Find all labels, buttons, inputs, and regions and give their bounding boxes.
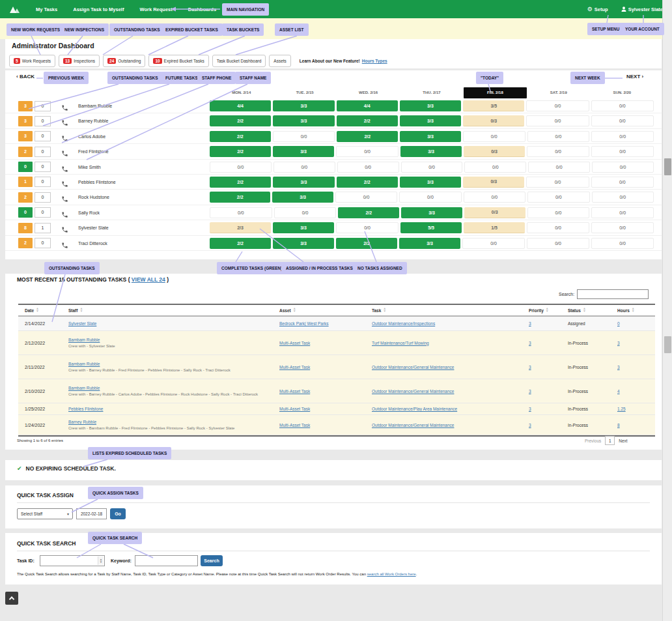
schedule-cell-none[interactable]: 0/0 [273,162,335,173]
priority-link[interactable]: 3 [529,423,531,427]
schedule-cell-done[interactable]: 3/3 [273,100,334,111]
nav-item-work-request[interactable]: Work Request [139,7,172,12]
schedule-cell-done[interactable]: 3/3 [273,146,334,157]
schedule-cell-done[interactable]: 2/2 [337,131,398,142]
outstanding-count-badge[interactable]: 1 [18,177,33,187]
assign-date-input[interactable]: 2022-02-18 [76,508,107,519]
staff-link[interactable]: Barney Rubble [68,420,96,424]
priority-link[interactable]: 3 [529,321,531,326]
sort-icon[interactable]: ▲▼ [293,308,296,312]
task-id-input[interactable]: ▲▼ [40,555,105,566]
schedule-cell-inprocess[interactable]: 0/3 [464,207,525,218]
sort-icon[interactable]: ▲▼ [583,308,586,312]
outstanding-count-badge[interactable]: 2 [18,147,33,157]
schedule-cell-none[interactable]: 0/0 [335,192,397,203]
schedule-cell-done[interactable]: 2/2 [210,177,271,188]
schedule-cell-none[interactable]: 0/0 [526,115,589,126]
schedule-cell-none[interactable]: 0/0 [526,100,589,111]
schedule-cell-inprocess[interactable]: 0/3 [463,177,524,188]
schedule-cell-none[interactable]: 0/0 [464,192,525,203]
schedule-cell-done[interactable]: 5/5 [400,222,462,233]
sort-icon[interactable]: ▲▼ [79,308,83,312]
schedule-cell-done[interactable]: 2/2 [337,177,398,188]
search-input[interactable] [577,289,649,299]
schedule-cell-none[interactable]: 0/0 [591,222,654,233]
asset-link[interactable]: Multi-Asset Task [279,389,310,394]
phone-icon[interactable] [61,240,68,247]
schedule-cell-none[interactable]: 0/0 [591,131,654,142]
schedule-cell-none[interactable]: 0/0 [527,222,589,233]
hours-link[interactable]: 4 [617,389,620,394]
outstanding-count-badge[interactable]: 2 [18,192,33,203]
task-link[interactable]: Outdoor Maintenance/General Maintenance [372,389,454,394]
nav-item-assign-task-to-myself[interactable]: Assign Task to Myself [73,7,124,12]
pagination-page-1[interactable]: 1 [605,436,615,445]
priority-link[interactable]: 3 [529,407,531,411]
staff-link[interactable]: Bambam Rubble [68,338,100,342]
schedule-cell-done[interactable]: 2/2 [210,192,270,203]
dashboard-badge-expired-bucket-tasks[interactable]: 10Expired Bucket Tasks [148,55,208,67]
outstanding-count-badge[interactable]: 3 [18,101,33,111]
column-header-priority[interactable]: Priority▲▼ [521,308,568,312]
schedule-cell-none[interactable]: 0/0 [274,207,337,218]
asset-link[interactable]: Multi-Asset Task [279,423,310,427]
schedule-cell-none[interactable]: 0/0 [591,100,654,111]
priority-link[interactable]: 3 [529,341,531,345]
hours-link[interactable]: 0 [617,321,620,326]
schedule-cell-none[interactable]: 0/0 [273,131,335,142]
schedule-cell-none[interactable]: 0/0 [591,207,654,218]
schedule-cell-none[interactable]: 0/0 [527,131,590,142]
schedule-cell-done[interactable]: 3/3 [400,177,461,188]
priority-link[interactable]: 3 [529,365,531,369]
schedule-cell-none[interactable]: 0/0 [210,162,272,173]
column-header-asset[interactable]: Asset▲▼ [279,308,372,312]
asset-link[interactable]: Multi-Asset Task [279,407,310,411]
schedule-cell-inprocess[interactable]: 0/3 [464,146,525,157]
hours-link[interactable]: 3 [617,341,620,345]
schedule-cell-inprocess[interactable]: 1/5 [464,222,525,233]
schedule-cell-done[interactable]: 2/2 [210,131,271,142]
back-button[interactable]: ‹ BACK [16,74,35,79]
go-button[interactable]: Go [110,508,126,519]
setup-menu-link[interactable]: ⚙ Setup [587,7,608,12]
schedule-cell-inprocess[interactable]: 3/5 [463,100,524,111]
phone-icon[interactable] [61,164,68,171]
asset-link[interactable]: Multi-Asset Task [279,365,310,369]
schedule-cell-none[interactable]: 0/0 [464,162,526,173]
schedule-cell-done[interactable]: 3/3 [273,115,334,126]
search-button[interactable]: Search [201,555,223,566]
schedule-cell-done[interactable]: 3/3 [400,115,461,126]
schedule-cell-none[interactable]: 0/0 [337,162,399,173]
hours-link[interactable]: 3 [617,365,620,369]
schedule-cell-none[interactable]: 0/0 [462,238,525,249]
sort-icon[interactable]: ▲▼ [36,308,39,312]
dashboard-badge-inspections[interactable]: 13Inspections [59,55,100,67]
schedule-cell-done[interactable]: 3/3 [273,177,334,188]
staff-link[interactable]: Pebbles Flintstone [68,407,103,411]
schedule-cell-none[interactable]: 0/0 [527,238,589,249]
nav-item-my-tasks[interactable]: My Tasks [36,7,57,12]
schedule-cell-done[interactable]: 3/3 [400,100,461,111]
outstanding-count-badge[interactable]: 3 [18,131,33,141]
page-scrollbar-track[interactable] [662,0,672,621]
scrollbar-thumb[interactable] [664,158,671,175]
schedule-cell-none[interactable]: 0/0 [527,207,590,218]
sort-icon[interactable]: ▲▼ [546,308,549,312]
pagination-next[interactable]: Next [619,439,627,443]
staff-link[interactable]: Bambam Rubble [68,362,100,366]
schedule-cell-done[interactable]: 4/4 [337,100,398,111]
user-account-link[interactable]: Sylvester Slate [621,7,663,12]
dashboard-badge-task-bucket-dashboard[interactable]: Task Bucket Dashboard [212,55,266,67]
keyword-input[interactable] [135,555,198,566]
schedule-cell-done[interactable]: 2/2 [337,115,398,126]
dashboard-badge-work-requests[interactable]: 5Work Requests [9,55,55,67]
column-header-status[interactable]: Status▲▼ [568,308,609,312]
schedule-cell-none[interactable]: 0/0 [591,115,654,126]
outstanding-count-badge[interactable]: 0 [18,207,33,218]
column-header-hours[interactable]: Hours▲▼ [609,308,655,312]
priority-link[interactable]: 3 [529,389,531,394]
phone-icon[interactable] [61,194,68,201]
column-header-task[interactable]: Task▲▼ [372,308,521,312]
schedule-cell-none[interactable]: 0/0 [463,131,525,142]
asset-link[interactable]: Multi-Asset Task [279,341,310,345]
